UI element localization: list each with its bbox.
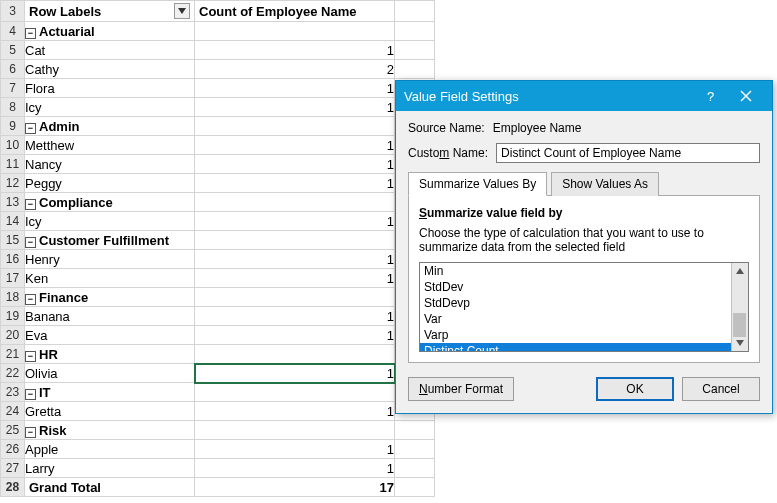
number-format-button[interactable]: Number Format — [408, 377, 514, 401]
pivot-group-row[interactable]: −HR — [25, 345, 195, 364]
empty-cell[interactable] — [395, 1, 435, 22]
pivot-item-row[interactable]: Nancy — [25, 155, 195, 174]
pivot-item-row[interactable]: Cathy — [25, 60, 195, 79]
pivot-group-row[interactable]: −Actuarial — [25, 22, 195, 41]
summarize-option[interactable]: StdDevp — [420, 295, 731, 311]
row-header[interactable]: 4 — [1, 22, 25, 41]
pivot-group-row[interactable]: −Customer Fulfillment — [25, 231, 195, 250]
pivot-value-cell[interactable]: 1 — [195, 326, 395, 345]
pivot-value-cell[interactable]: 1 — [195, 98, 395, 117]
grand-total-value[interactable]: 17 — [195, 478, 395, 497]
pivot-value-cell[interactable] — [195, 288, 395, 307]
row-header[interactable]: 26 — [1, 440, 25, 459]
pivot-group-row[interactable]: −Admin — [25, 117, 195, 136]
pivot-item-row[interactable]: Apple — [25, 440, 195, 459]
summarize-option[interactable]: Min — [420, 263, 731, 279]
row-header[interactable]: 8 — [1, 98, 25, 117]
row-header[interactable]: 11 — [1, 155, 25, 174]
pivot-value-cell[interactable]: 1 — [195, 402, 395, 421]
row-header[interactable]: 15 — [1, 231, 25, 250]
help-icon[interactable]: ? — [692, 81, 728, 111]
pivot-value-cell[interactable]: 1 — [195, 440, 395, 459]
empty-cell[interactable] — [395, 22, 435, 41]
pivot-value-cell[interactable] — [195, 231, 395, 250]
row-header[interactable]: 17 — [1, 269, 25, 288]
empty-cell[interactable] — [395, 60, 435, 79]
pivot-value-cell[interactable]: 1 — [195, 250, 395, 269]
tab-summarize-values-by[interactable]: Summarize Values By — [408, 172, 547, 196]
pivot-item-row[interactable]: Banana — [25, 307, 195, 326]
summarize-listbox[interactable]: MinStdDevStdDevpVarVarpDistinct Count — [419, 262, 749, 352]
row-header[interactable]: 13 — [1, 193, 25, 212]
pivot-value-cell[interactable]: 2 — [195, 60, 395, 79]
pivot-item-row[interactable]: Henry — [25, 250, 195, 269]
pivot-value-cell[interactable]: 1 — [195, 41, 395, 60]
collapse-icon[interactable]: − — [25, 199, 36, 210]
ok-button[interactable]: OK — [596, 377, 674, 401]
collapse-icon[interactable]: − — [25, 427, 36, 438]
tab-show-values-as[interactable]: Show Values As — [551, 172, 659, 196]
pivot-table[interactable]: 3Row LabelsCount of Employee Name4−Actua… — [0, 0, 435, 497]
row-header[interactable]: 10 — [1, 136, 25, 155]
pivot-item-row[interactable]: Flora — [25, 79, 195, 98]
close-icon[interactable] — [728, 81, 764, 111]
scroll-thumb[interactable] — [733, 313, 746, 337]
collapse-icon[interactable]: − — [25, 237, 36, 248]
pivot-value-cell[interactable]: 1 — [195, 212, 395, 231]
pivot-item-row[interactable]: Olivia — [25, 364, 195, 383]
grand-total-label[interactable]: Grand Total — [25, 478, 195, 497]
pivot-item-row[interactable]: Larry — [25, 459, 195, 478]
row-header[interactable]: 18 — [1, 288, 25, 307]
row-header[interactable]: 28 — [1, 478, 25, 497]
collapse-icon[interactable]: − — [25, 28, 36, 39]
empty-cell[interactable] — [395, 459, 435, 478]
collapse-icon[interactable]: − — [25, 123, 36, 134]
collapse-icon[interactable]: − — [25, 351, 36, 362]
empty-cell[interactable] — [395, 41, 435, 60]
pivot-item-row[interactable]: Icy — [25, 98, 195, 117]
row-header[interactable]: 16 — [1, 250, 25, 269]
row-header[interactable]: 12 — [1, 174, 25, 193]
pivot-group-row[interactable]: −Finance — [25, 288, 195, 307]
dialog-titlebar[interactable]: Value Field Settings ? — [396, 81, 772, 111]
row-labels-dropdown-icon[interactable] — [174, 3, 190, 19]
pivot-item-row[interactable]: Peggy — [25, 174, 195, 193]
row-header[interactable]: 21 — [1, 345, 25, 364]
row-header[interactable]: 25 — [1, 421, 25, 440]
listbox-scrollbar[interactable] — [731, 263, 748, 351]
row-header[interactable]: 14 — [1, 212, 25, 231]
row-header[interactable]: 5 — [1, 41, 25, 60]
cancel-button[interactable]: Cancel — [682, 377, 760, 401]
pivot-value-cell[interactable]: 1 — [195, 459, 395, 478]
pivot-item-row[interactable]: Icy — [25, 212, 195, 231]
empty-cell[interactable] — [395, 478, 435, 497]
row-header[interactable]: 9 — [1, 117, 25, 136]
row-header[interactable]: 3 — [1, 1, 25, 22]
pivot-group-row[interactable]: −IT — [25, 383, 195, 402]
summarize-option[interactable]: Distinct Count — [420, 343, 731, 352]
pivot-value-cell[interactable]: 1 — [195, 364, 395, 383]
pivot-item-row[interactable]: Gretta — [25, 402, 195, 421]
pivot-value-cell[interactable]: 1 — [195, 174, 395, 193]
pivot-value-cell[interactable]: 1 — [195, 79, 395, 98]
empty-cell[interactable] — [395, 440, 435, 459]
row-header[interactable]: 23 — [1, 383, 25, 402]
summarize-option[interactable]: StdDev — [420, 279, 731, 295]
custom-name-input[interactable] — [496, 143, 760, 163]
row-header[interactable]: 19 — [1, 307, 25, 326]
pivot-value-cell[interactable] — [195, 22, 395, 41]
summarize-option[interactable]: Var — [420, 311, 731, 327]
pivot-value-cell[interactable] — [195, 117, 395, 136]
collapse-icon[interactable]: − — [25, 294, 36, 305]
collapse-icon[interactable]: − — [25, 389, 36, 400]
row-header[interactable]: 24 — [1, 402, 25, 421]
pivot-value-cell[interactable] — [195, 345, 395, 364]
pivot-item-row[interactable]: Metthew — [25, 136, 195, 155]
pivot-item-row[interactable]: Eva — [25, 326, 195, 345]
pivot-value-cell[interactable]: 1 — [195, 155, 395, 174]
pivot-item-row[interactable]: Ken — [25, 269, 195, 288]
pivot-value-cell[interactable]: 1 — [195, 136, 395, 155]
row-header[interactable]: 6 — [1, 60, 25, 79]
pivot-value-cell[interactable] — [195, 421, 395, 440]
pivot-item-row[interactable]: Cat — [25, 41, 195, 60]
